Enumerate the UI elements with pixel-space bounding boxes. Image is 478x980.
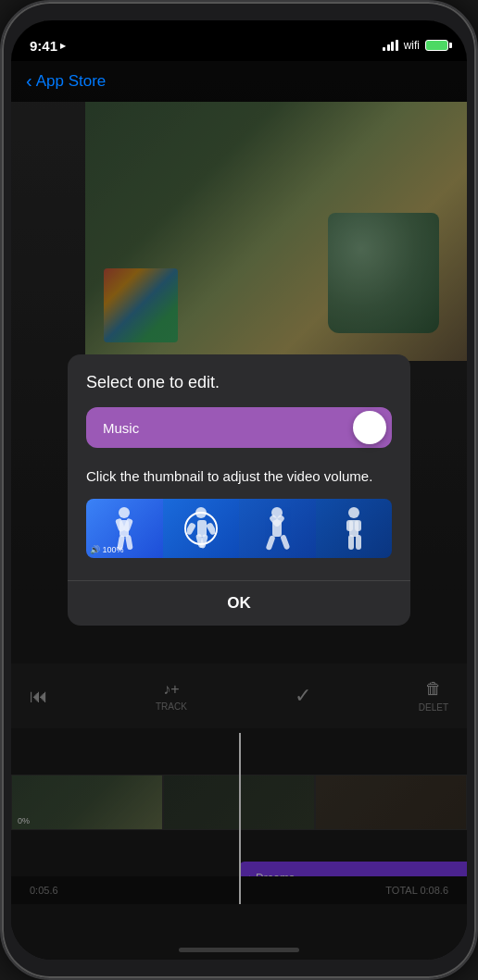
volume-badge: 🔊 100% [90, 545, 124, 554]
dialog-subtitle: Click the thumbnail to adjust the video … [86, 466, 392, 486]
svg-point-18 [348, 507, 359, 518]
thumbnail-strip: 🔊 100% [86, 499, 392, 558]
status-right: wifi [383, 39, 448, 52]
time-text: 9:41 [30, 38, 57, 54]
location-icon: ▸ [60, 40, 66, 52]
svg-point-0 [119, 507, 130, 518]
edit-dialog: Select one to edit. Music Click the thum… [68, 354, 410, 626]
dialog-overlay: Select one to edit. Music Click the thum… [11, 20, 467, 960]
thumb-figure-4 [316, 499, 393, 558]
svg-rect-5 [125, 535, 133, 551]
battery-icon [425, 40, 448, 51]
svg-rect-16 [266, 535, 276, 551]
nav-bar: ‹ App Store [11, 61, 467, 102]
ok-label: OK [227, 594, 251, 613]
svg-rect-20 [346, 520, 353, 531]
signal-bar-2 [387, 44, 390, 51]
back-chevron-icon: ‹ [26, 70, 32, 92]
svg-rect-21 [355, 520, 361, 531]
thumbnail-item-1[interactable]: 🔊 100% [86, 499, 163, 558]
svg-rect-17 [280, 534, 290, 550]
thumb-figure-3 [239, 499, 316, 558]
music-toggle[interactable]: Music [86, 407, 392, 448]
thumbnail-item-2[interactable] [163, 499, 240, 558]
back-button[interactable]: ‹ App Store [26, 71, 106, 92]
signal-bar-4 [396, 40, 398, 51]
svg-rect-22 [348, 535, 354, 550]
ok-button[interactable]: OK [68, 581, 410, 626]
music-toggle-label: Music [90, 420, 139, 436]
signal-bar-1 [383, 47, 385, 51]
status-time: 9:41 ▸ [30, 38, 66, 54]
thumbnail-item-3[interactable] [239, 499, 316, 558]
signal-icon [383, 40, 398, 51]
svg-rect-23 [356, 535, 361, 550]
volume-badge-text: 🔊 100% [90, 545, 124, 554]
signal-bar-3 [391, 42, 394, 51]
selected-indicator [184, 512, 218, 545]
toggle-knob [353, 411, 386, 444]
back-label: App Store [36, 72, 107, 91]
thumbnail-item-4[interactable] [316, 499, 393, 558]
dialog-title: Select one to edit. [86, 373, 392, 392]
notch [165, 20, 313, 48]
phone-screen: 9:41 ▸ wifi ‹ App Store [11, 20, 467, 960]
wifi-icon: wifi [404, 39, 420, 52]
phone-frame: 9:41 ▸ wifi ‹ App Store [0, 0, 478, 980]
